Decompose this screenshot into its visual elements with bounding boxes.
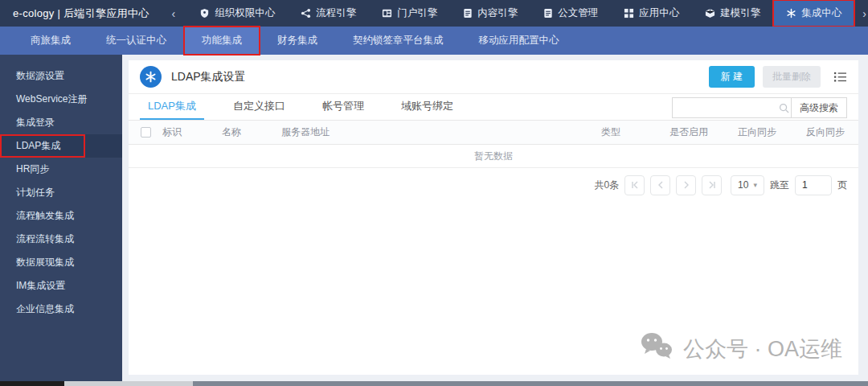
topnav-label: 内容引擎 <box>477 6 518 20</box>
main-content-card: LDAP集成设置 新 建 批量删除 LDAP集成 自定义接口 帐号管理 域账号绑… <box>129 60 858 375</box>
subnav-item-finance-integration[interactable]: 财务集成 <box>260 27 335 55</box>
sidebar: 数据源设置 WebService注册 集成登录 LDAP集成 HR同步 计划任务… <box>0 55 122 381</box>
column-header-reverse-sync[interactable]: 反向同步 <box>806 125 854 139</box>
list-view-icon[interactable] <box>833 71 847 83</box>
document-icon <box>463 8 473 18</box>
advanced-search-button[interactable]: 高级搜索 <box>791 97 847 118</box>
subnav-item-qiyuesuo-platform[interactable]: 契约锁签章平台集成 <box>335 27 461 55</box>
subnav-item-function-integration[interactable]: 功能集成 <box>184 27 260 55</box>
card-header: LDAP集成设置 新 建 批量删除 <box>129 60 858 94</box>
new-button[interactable]: 新 建 <box>709 66 755 88</box>
column-header-type[interactable]: 类型 <box>601 125 669 139</box>
chevron-down-icon: ▾ <box>753 181 757 189</box>
select-all-checkbox[interactable] <box>141 127 151 138</box>
sidebar-item-scheduled-tasks[interactable]: 计划任务 <box>0 181 122 204</box>
watermark-text: 公众号 · OA运维 <box>683 335 842 363</box>
last-page-button[interactable] <box>702 175 722 195</box>
tab-custom-interface[interactable]: 自定义接口 <box>225 94 293 120</box>
empty-state-text: 暂无数据 <box>129 145 858 168</box>
sidebar-item-integration-login[interactable]: 集成登录 <box>0 111 122 134</box>
topnav-label: 集成中心 <box>801 6 841 20</box>
chevron-left-icon[interactable]: ‹ <box>171 7 175 20</box>
top-navigation: 组织权限中心 流程引擎 门户引擎 内容引擎 公文管理 <box>186 0 854 27</box>
column-header-server-address[interactable]: 服务器地址 <box>281 125 601 139</box>
topnav-item-workflow-engine[interactable]: 流程引擎 <box>288 0 369 27</box>
tab-domain-account-binding[interactable]: 域账号绑定 <box>393 94 461 120</box>
cube-icon <box>705 8 715 18</box>
wechat-icon <box>640 332 674 365</box>
topnav-item-modeling-engine[interactable]: 建模引擎 <box>692 0 773 27</box>
flow-icon <box>301 8 311 18</box>
search-input[interactable] <box>672 97 791 118</box>
subnav-item-mobile-config[interactable]: 移动应用配置中心 <box>461 27 577 55</box>
asterisk-icon <box>140 66 162 88</box>
topnav-item-integration-center[interactable]: 集成中心 <box>773 0 854 27</box>
sidebar-item-webservice[interactable]: WebService注册 <box>0 88 122 111</box>
tab-account-management[interactable]: 帐号管理 <box>314 94 372 120</box>
total-count: 共0条 <box>594 179 619 192</box>
asterisk-icon <box>786 8 796 18</box>
sidebar-item-workflow-flow[interactable]: 流程流转集成 <box>0 228 122 251</box>
document-icon <box>543 8 553 18</box>
tab-ldap-integration[interactable]: LDAP集成 <box>140 94 204 120</box>
topnav-label: 组织权限中心 <box>215 6 275 20</box>
sidebar-item-ldap[interactable]: LDAP集成 <box>0 134 122 158</box>
column-header-name[interactable]: 名称 <box>222 125 281 139</box>
horizontal-scrollbar[interactable] <box>0 381 868 386</box>
topnav-item-org-permission[interactable]: 组织权限中心 <box>186 0 288 27</box>
top-app-bar: e-cology | 后端引擎应用中心 ‹ 组织权限中心 流程引擎 门户引擎 内… <box>0 0 868 27</box>
topnav-label: 门户引擎 <box>397 6 437 20</box>
secondary-navigation: 商旅集成 统一认证中心 功能集成 财务集成 契约锁签章平台集成 移动应用配置中心 <box>0 27 868 55</box>
search-group: 高级搜索 <box>672 97 847 118</box>
prev-page-button[interactable] <box>650 175 670 195</box>
sidebar-item-workflow-trigger[interactable]: 流程触发集成 <box>0 204 122 228</box>
tabs-bar: LDAP集成 自定义接口 帐号管理 域账号绑定 高级搜索 <box>129 94 858 121</box>
page-unit-label: 页 <box>837 179 847 192</box>
sidebar-item-im-settings[interactable]: IM集成设置 <box>0 274 122 298</box>
topnav-item-portal-engine[interactable]: 门户引擎 <box>369 0 450 27</box>
header-actions: 新 建 批量删除 <box>709 66 847 88</box>
pagination-bar: 共0条 10 ▾ 跳至 页 <box>129 168 858 202</box>
next-page-button[interactable] <box>676 175 696 195</box>
shield-icon <box>199 8 210 18</box>
subnav-item-travel-integration[interactable]: 商旅集成 <box>13 27 88 55</box>
topnav-item-content-engine[interactable]: 内容引擎 <box>450 0 530 27</box>
sidebar-item-hr-sync[interactable]: HR同步 <box>0 158 122 181</box>
column-header-forward-sync[interactable]: 正向同步 <box>738 125 806 139</box>
table-header-row: 标识 名称 服务器地址 类型 是否启用 正向同步 反向同步 <box>129 121 858 145</box>
jump-to-label: 跳至 <box>770 179 789 192</box>
portal-icon <box>382 8 392 18</box>
watermark: 公众号 · OA运维 <box>640 332 842 365</box>
scrollbar-thumb[interactable] <box>193 381 868 386</box>
topnav-label: 流程引擎 <box>316 6 356 20</box>
scrollbar-corner <box>0 381 64 386</box>
topnav-label: 应用中心 <box>639 6 679 20</box>
page-size-select[interactable]: 10 ▾ <box>731 175 764 195</box>
column-header-id[interactable]: 标识 <box>162 125 222 139</box>
grid-icon <box>624 8 634 18</box>
topnav-item-app-center[interactable]: 应用中心 <box>611 0 692 27</box>
topnav-item-official-doc[interactable]: 公文管理 <box>530 0 611 27</box>
search-icon[interactable] <box>779 102 789 117</box>
jump-page-input[interactable] <box>795 175 832 195</box>
topnav-label: 建模引擎 <box>720 6 760 20</box>
app-logo: e-cology | 后端引擎应用中心 <box>13 6 149 21</box>
page-title: LDAP集成设置 <box>171 70 246 84</box>
sidebar-item-enterprise-info[interactable]: 企业信息集成 <box>0 298 122 321</box>
chevron-right-icon[interactable]: › <box>854 7 868 20</box>
sidebar-item-data-display[interactable]: 数据展现集成 <box>0 251 122 274</box>
first-page-button[interactable] <box>624 175 645 195</box>
column-header-enabled[interactable]: 是否启用 <box>669 125 738 139</box>
subnav-item-unified-auth[interactable]: 统一认证中心 <box>88 27 184 55</box>
sidebar-item-datasource[interactable]: 数据源设置 <box>0 64 122 88</box>
batch-delete-button[interactable]: 批量删除 <box>763 66 821 88</box>
topnav-label: 公文管理 <box>558 6 598 20</box>
